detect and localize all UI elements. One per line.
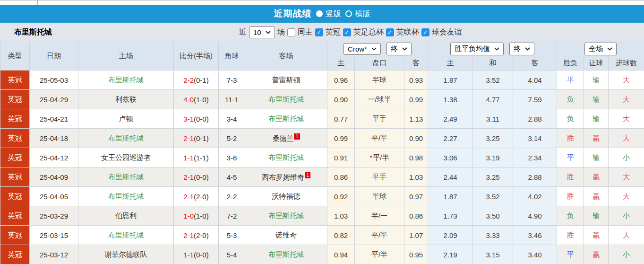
line-star-icon: * — [369, 153, 372, 161]
horizontal-layout-label[interactable]: 横版 — [355, 9, 370, 19]
away-team-cell[interactable]: 布里斯托城 — [245, 148, 327, 167]
filter-label-club-friendly: 球会友谊 — [432, 27, 462, 37]
odds-line-cell: 平/半 — [355, 245, 404, 264]
home-team-name[interactable]: 布里斯托城 — [108, 192, 144, 200]
corners-cell: 5-4 — [219, 245, 245, 264]
league-badge: 英冠 — [0, 187, 30, 206]
home-team-name[interactable]: 谢菲尔德联队 — [105, 250, 147, 258]
away-team-name[interactable]: 沃特福德 — [272, 192, 301, 200]
recent-count-select[interactable]: 10 — [249, 26, 275, 38]
filter-checkbox-fa-cup[interactable] — [343, 28, 351, 36]
away-team-name[interactable]: 布里斯托城 — [268, 250, 304, 258]
col-header-wdl-home: 主 — [428, 56, 473, 70]
away-team-name[interactable]: 布里斯托城 — [268, 211, 304, 220]
table-row: 英冠 25-05-03 布里斯托城 2-2(0-1) 7-3 普雷斯顿 0.96… — [0, 70, 644, 90]
wdl-home-odds-cell: 2.27 — [428, 129, 473, 148]
home-team-name[interactable]: 布里斯托城 — [108, 173, 144, 181]
recent-label: 近 — [239, 27, 247, 37]
away-team-name[interactable]: 布里斯托城 — [268, 153, 304, 161]
filter-checkbox-league-cup[interactable] — [386, 28, 394, 36]
wdl-home-odds-cell: 3.06 — [428, 148, 473, 167]
wdl-draw-odds-cell: 3.33 — [473, 226, 513, 245]
home-team-cell[interactable]: 伯恩利 — [78, 206, 174, 226]
wdl-average-select[interactable]: 胜平负均值 — [450, 43, 504, 55]
horizontal-layout-radio[interactable] — [345, 10, 352, 17]
away-team-name[interactable]: 诺维奇 — [275, 231, 297, 239]
home-team-name[interactable]: 卢顿 — [119, 114, 133, 123]
fulltime-score: 1-0 — [183, 212, 194, 220]
home-team-cell[interactable]: 女王公园巡游者 — [78, 148, 174, 167]
vertical-layout-label[interactable]: 竖版 — [326, 9, 341, 19]
wdl-home-odds-cell: 1.87 — [428, 70, 473, 90]
odds-line-cell: 平手 — [355, 167, 404, 187]
bookmaker-select[interactable]: Crow* — [343, 43, 381, 55]
chevron-down-icon — [494, 47, 499, 51]
away-team-cell[interactable]: 普雷斯顿 — [245, 70, 327, 90]
home-team-cell[interactable]: 利兹联 — [78, 90, 174, 109]
away-team-name[interactable]: 普雷斯顿 — [272, 76, 301, 84]
wdl-time-select[interactable]: 终 — [509, 43, 534, 55]
col-header-result: 胜负 — [557, 56, 584, 70]
league-badge: 英冠 — [0, 90, 30, 109]
wdl-away-odds-cell: 7.59 — [513, 90, 557, 109]
col-header-date: 日期 — [30, 42, 78, 70]
odds-home-cell: 0.77 — [327, 109, 355, 129]
wdl-away-odds-cell: 3.40 — [513, 245, 557, 264]
home-team-name[interactable]: 布里斯托城 — [108, 134, 144, 142]
away-team-cell[interactable]: 诺维奇 — [245, 226, 327, 245]
home-team-name[interactable]: 布里斯托城 — [108, 231, 144, 239]
odds-away-cell: 1.07 — [404, 226, 428, 245]
home-team-cell[interactable]: 布里斯托城 — [78, 167, 174, 187]
away-team-cell[interactable]: 布里斯托城 — [245, 90, 327, 109]
league-badge: 英冠 — [0, 129, 30, 148]
filter-checkbox-championship[interactable] — [315, 28, 323, 36]
away-team-cell[interactable]: 布里斯托城 — [245, 245, 327, 264]
home-team-name[interactable]: 布里斯托城 — [108, 76, 144, 84]
home-team-name[interactable]: 女王公园巡游者 — [101, 153, 151, 161]
chevron-down-icon — [525, 47, 530, 51]
odds-home-cell: 1.03 — [327, 206, 355, 226]
vertical-layout-radio[interactable] — [316, 10, 323, 17]
home-team-cell[interactable]: 布里斯托城 — [78, 70, 174, 90]
col-header-corners: 角球 — [219, 42, 245, 70]
recent-results-panel: 近期战绩 竖版 横版 布里斯托城 近 10 场 同主 英冠 英足总杯 英联杯 球… — [0, 0, 644, 264]
date-cell: 25-05-03 — [30, 70, 78, 90]
fulltime-select[interactable]: 全场 — [584, 43, 617, 55]
home-team-cell[interactable]: 谢菲尔德联队 — [78, 245, 174, 264]
away-team-name[interactable]: 桑德兰 — [272, 134, 293, 142]
chevron-down-icon — [266, 31, 271, 34]
away-team-cell[interactable]: 桑德兰1 — [245, 129, 327, 148]
handicap-odds-header: Crow* 终 — [327, 42, 428, 56]
away-team-cell[interactable]: 西布罗姆维奇1 — [245, 167, 327, 187]
date-cell: 25-04-29 — [30, 90, 78, 109]
result-cell: 负 — [557, 90, 584, 109]
home-team-name[interactable]: 伯恩利 — [115, 211, 137, 220]
fulltime-score: 2-1 — [183, 193, 194, 201]
same-home-checkbox[interactable] — [287, 28, 295, 36]
away-team-cell[interactable]: 布里斯托城 — [245, 206, 327, 226]
odds-line-cell: 半/一 — [355, 206, 404, 226]
goals-over-under-cell: 大 — [609, 109, 644, 129]
goals-over-under-cell: 大 — [609, 129, 644, 148]
result-cell: 平 — [557, 148, 584, 167]
wdl-draw-odds-cell: 3.52 — [473, 70, 513, 90]
home-team-cell[interactable]: 布里斯托城 — [78, 187, 174, 206]
away-team-cell[interactable]: 布里斯托城 — [245, 109, 327, 129]
home-team-cell[interactable]: 布里斯托城 — [78, 129, 174, 148]
handicap-time-select[interactable]: 终 — [386, 43, 412, 55]
handicap-result-cell: 输 — [584, 70, 609, 90]
handicap-line: 平/半 — [373, 153, 389, 161]
away-team-cell[interactable]: 沃特福德 — [245, 187, 327, 206]
halftime-score: (1-0) — [194, 96, 209, 104]
goals-over-under-cell: 大 — [609, 70, 644, 90]
away-team-name[interactable]: 西布罗姆维奇 — [262, 173, 304, 181]
home-team-cell[interactable]: 卢顿 — [78, 109, 174, 129]
odds-away-cell: 0.90 — [404, 129, 428, 148]
away-team-name[interactable]: 布里斯托城 — [268, 95, 304, 103]
home-team-name[interactable]: 利兹联 — [115, 95, 137, 103]
corners-cell: 5-3 — [219, 226, 245, 245]
away-team-name[interactable]: 布里斯托城 — [268, 114, 304, 123]
score-cell: 2-1(0-0) — [174, 167, 219, 187]
filter-checkbox-club-friendly[interactable] — [421, 28, 429, 36]
home-team-cell[interactable]: 布里斯托城 — [78, 226, 174, 245]
